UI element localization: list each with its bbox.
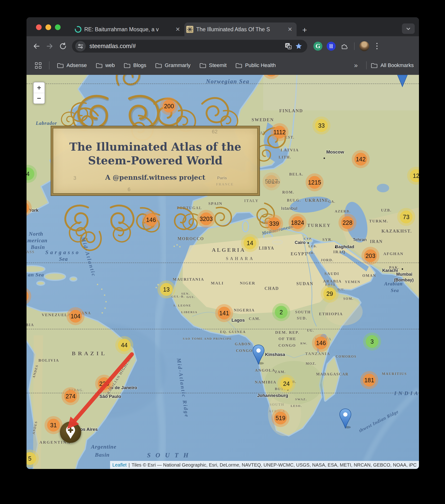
graticule-line bbox=[27, 83, 419, 84]
tab-title: RE: Baiturrahman Mosque, a v bbox=[84, 26, 173, 33]
toolbar-divider bbox=[354, 42, 355, 50]
cluster-marker-73[interactable]: 73 bbox=[397, 208, 415, 226]
cluster-marker-200[interactable]: 200 bbox=[160, 97, 178, 115]
close-tab-icon[interactable]: ✕ bbox=[285, 26, 295, 33]
back-button[interactable] bbox=[30, 39, 43, 53]
close-window-button[interactable] bbox=[36, 24, 42, 30]
bookmark-folder-list: AdsensewebBlogsGrammarlySteemitPublic He… bbox=[57, 62, 276, 69]
cluster-marker-104[interactable]: 104 bbox=[67, 307, 85, 325]
graticule-line bbox=[27, 393, 419, 393]
svg-text:A: A bbox=[289, 46, 291, 49]
cluster-marker-1824[interactable]: 1824 bbox=[289, 214, 307, 232]
atlas-compass-favicon-icon bbox=[186, 26, 193, 33]
translate-icon[interactable]: GA bbox=[283, 41, 293, 51]
tab-steem-atlas[interactable]: The Illuminated Atlas Of The S ✕ bbox=[184, 22, 297, 36]
cluster-marker-230[interactable]: 230 bbox=[95, 375, 113, 393]
bookmark-folder-public-health[interactable]: Public Health bbox=[236, 62, 276, 69]
browser-window: RE: Baiturrahman Mosque, a v ✕ The Illum… bbox=[27, 17, 419, 469]
bookmarks-right-group: » All Bookmarks bbox=[354, 61, 414, 69]
fullscreen-window-button[interactable] bbox=[55, 24, 61, 30]
cluster-marker-2[interactable]: 2 bbox=[272, 303, 290, 321]
cluster-marker-14[interactable]: 14 bbox=[241, 234, 259, 252]
address-bar[interactable]: steematlas.com/# GA bbox=[72, 40, 307, 53]
bookmarks-overflow-button[interactable]: » bbox=[354, 62, 358, 69]
forward-button[interactable] bbox=[43, 39, 56, 53]
extensions-row: G bbox=[312, 41, 382, 52]
cluster-marker-5917[interactable]: 5917 bbox=[262, 172, 280, 190]
atlas-title: The Illuminated Atlas of the Steem-Power… bbox=[69, 140, 241, 167]
bookmark-folder-grammarly[interactable]: Grammarly bbox=[155, 62, 190, 69]
cluster-marker-1215[interactable]: 1215 bbox=[306, 173, 324, 191]
cluster-marker-203[interactable]: 203 bbox=[361, 247, 379, 265]
cluster-marker-146[interactable]: 146 bbox=[142, 211, 160, 229]
zoom-out-button[interactable]: − bbox=[34, 93, 45, 104]
map-zoom-control: + − bbox=[33, 82, 45, 104]
bookmarks-bar: AdsensewebBlogsGrammarlySteemitPublic He… bbox=[27, 56, 419, 75]
bookmarks-divider bbox=[49, 61, 50, 69]
cluster-marker-142[interactable]: 142 bbox=[352, 150, 370, 168]
cluster-marker-29[interactable]: 29 bbox=[321, 285, 339, 303]
bookmark-folder-steemit[interactable]: Steemit bbox=[200, 62, 227, 69]
white-pin-plus-icon bbox=[65, 425, 76, 439]
bookmarks-divider bbox=[366, 61, 367, 69]
site-settings-icon[interactable] bbox=[75, 41, 86, 51]
cluster-marker-339[interactable]: 339 bbox=[265, 215, 283, 233]
url-text[interactable]: steematlas.com/# bbox=[89, 43, 283, 50]
tab-strip: RE: Baiturrahman Mosque, a v ✕ The Illum… bbox=[27, 17, 419, 36]
cluster-marker-13[interactable]: 13 bbox=[157, 280, 175, 298]
leaflet-map[interactable]: Norwegian SeaLabradorNorthAmericanBasinS… bbox=[27, 75, 419, 469]
graticule-line bbox=[27, 329, 419, 329]
cluster-marker-24[interactable]: 24 bbox=[277, 375, 295, 393]
grammarly-extension-icon[interactable]: G bbox=[312, 41, 323, 52]
cluster-marker-44[interactable]: 44 bbox=[115, 336, 133, 354]
city-dot bbox=[402, 268, 403, 270]
steemit-favicon-icon bbox=[75, 26, 81, 33]
blue-pin-marker-kinshasa[interactable] bbox=[252, 344, 265, 366]
screenshot-stage: RE: Baiturrahman Mosque, a v ✕ The Illum… bbox=[0, 0, 445, 504]
city-dot bbox=[335, 247, 336, 248]
add-location-marker-button[interactable] bbox=[60, 422, 81, 443]
atlas-title-card: The Illuminated Atlas of the Steem-Power… bbox=[51, 126, 259, 195]
steemit-extension-icon[interactable] bbox=[326, 41, 337, 52]
cluster-marker-33[interactable]: 33 bbox=[312, 117, 330, 135]
close-tab-icon[interactable]: ✕ bbox=[173, 26, 183, 33]
bookmark-star-icon[interactable] bbox=[293, 41, 304, 51]
browser-toolbar: steematlas.com/# GA G bbox=[27, 36, 419, 56]
graticule-line bbox=[27, 262, 419, 263]
blue-pin-marker-indian-ocean[interactable] bbox=[339, 408, 352, 430]
atlas-subtitle: A @pennsif.witness project bbox=[105, 174, 205, 181]
reload-button[interactable] bbox=[56, 39, 69, 53]
minimize-window-button[interactable] bbox=[45, 24, 51, 30]
extensions-puzzle-icon[interactable] bbox=[339, 41, 350, 52]
cluster-marker-1112[interactable]: 1112 bbox=[271, 123, 289, 141]
cluster-marker-228[interactable]: 228 bbox=[339, 214, 357, 232]
bookmark-folder-adsense[interactable]: Adsense bbox=[57, 62, 87, 69]
tab-title: The Illuminated Atlas Of The S bbox=[196, 26, 285, 33]
cluster-marker-141[interactable]: 141 bbox=[215, 304, 233, 322]
browser-menu-kebab-icon[interactable] bbox=[372, 43, 382, 49]
cluster-marker-3203[interactable]: 3203 bbox=[197, 210, 215, 228]
bookmark-folder-web[interactable]: web bbox=[96, 62, 115, 69]
tab-steemit-post[interactable]: RE: Baiturrahman Mosque, a v ✕ bbox=[73, 22, 184, 36]
tiles-attribution-text: Tiles © Esri — National Geographic, Esri… bbox=[132, 462, 417, 468]
window-controls[interactable] bbox=[36, 24, 61, 30]
new-tab-button[interactable]: + bbox=[302, 26, 307, 34]
cluster-marker-3[interactable]: 3 bbox=[363, 333, 381, 351]
bookmark-folder-blogs[interactable]: Blogs bbox=[124, 62, 146, 69]
tab-search-chevron-button[interactable] bbox=[402, 23, 415, 34]
city-dot bbox=[324, 158, 325, 159]
city-dot bbox=[308, 242, 309, 244]
map-attribution: Leaflet | Tiles © Esri — National Geogra… bbox=[110, 461, 419, 469]
all-bookmarks-button[interactable]: All Bookmarks bbox=[371, 62, 414, 69]
cluster-marker-274[interactable]: 274 bbox=[62, 387, 80, 405]
leaflet-link[interactable]: Leaflet bbox=[112, 462, 127, 468]
zoom-in-button[interactable]: + bbox=[34, 82, 45, 93]
cluster-marker-181[interactable]: 181 bbox=[360, 371, 378, 389]
cluster-marker-519[interactable]: 519 bbox=[272, 409, 290, 427]
apps-grid-icon[interactable] bbox=[35, 62, 41, 69]
city-dot bbox=[98, 392, 99, 393]
cluster-marker-146[interactable]: 146 bbox=[312, 334, 330, 352]
profile-avatar[interactable] bbox=[359, 41, 370, 52]
